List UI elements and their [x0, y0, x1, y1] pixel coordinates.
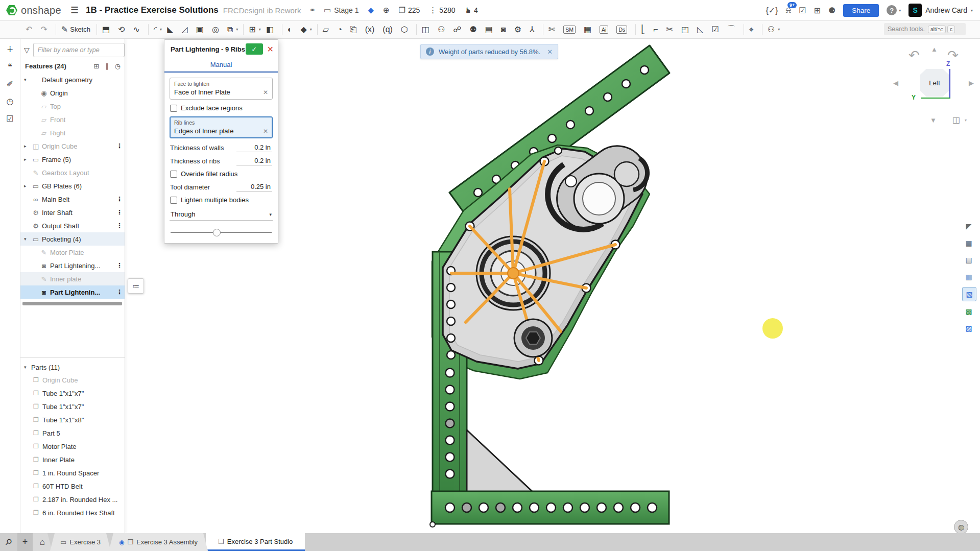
variable-icon[interactable]: (x) [364, 23, 379, 36]
onshape-logo-icon[interactable] [6, 5, 17, 16]
slider-thumb[interactable] [213, 229, 221, 236]
selected-feature-flyout-button[interactable]: ≔ [128, 278, 144, 294]
gusset-plate-part[interactable] [467, 430, 533, 492]
sweep-icon[interactable]: ∿ [132, 23, 145, 36]
lighten-multiple-bodies-checkbox[interactable]: Lighten multiple bodies [170, 196, 272, 204]
feature-row[interactable]: ◙ Part Lightenin... ⋮ [20, 285, 125, 299]
tasks-icon[interactable]: ☑ [799, 6, 806, 15]
section-view-icon[interactable]: ▤ [962, 253, 975, 267]
walls-value-input[interactable]: 0.2 in [236, 143, 272, 152]
part-row[interactable]: ❐ Inner Plate [20, 453, 125, 466]
new-folder-icon[interactable]: ⊞ [93, 62, 99, 70]
breadcrumb[interactable]: Stage 1 [334, 6, 358, 14]
mirror-icon[interactable]: ⊞ ▾ [247, 23, 262, 36]
named-views-icon[interactable]: ▥ [962, 270, 975, 283]
tab-exercise-3[interactable]: ▭ Exercise 3 [50, 533, 111, 551]
feature-menu-icon[interactable]: ⋮ [116, 289, 122, 296]
cursor-icon[interactable]: ◤ [962, 220, 975, 233]
extrude-icon[interactable]: ⬒ [101, 23, 114, 36]
ds-icon[interactable]: Ds [615, 23, 632, 36]
feature-row[interactable]: ⚙ Inter Shaft ⋮ [20, 206, 125, 219]
feature-row[interactable]: ▾ ▭ Pocketing (4) [20, 232, 125, 246]
undo-icon[interactable]: ↶ [24, 23, 37, 36]
feature-row[interactable]: ▾ Default geometry [20, 73, 125, 86]
tab-exercise-3-assembly[interactable]: ◉ ❒ Exercise 3 Assembly [109, 533, 208, 551]
parts-visibility-icon[interactable]: ▩ [962, 305, 975, 318]
cancel-button[interactable]: ✕ [267, 44, 274, 54]
ribs-value-input[interactable]: 0.2 in [236, 156, 272, 165]
tab-search-button[interactable]: ⚲ [0, 533, 17, 551]
sketch-button[interactable]: ✎ Sketch [60, 23, 93, 36]
insert-feature-icon[interactable]: ∔ [3, 41, 18, 57]
import-icon[interactable]: ⎗ [349, 23, 362, 36]
tool-diameter-input[interactable]: 0.25 in [236, 182, 272, 191]
education-badge[interactable]: ◆ [368, 6, 374, 15]
search-tools-input[interactable] [887, 25, 926, 33]
feature-row[interactable]: ▱ Front [20, 113, 125, 126]
cut-icon[interactable]: ✂ [665, 23, 678, 36]
feature-row[interactable]: ✎ Inner plate [20, 272, 125, 285]
toolbar-icon[interactable] [762, 24, 762, 35]
linear-pattern-icon[interactable]: ⧉ ▾ [226, 23, 240, 36]
copies-stat[interactable]: ❐ 225 [399, 6, 420, 15]
feature-row[interactable]: ◙ Part Lightening... ⋮ [20, 259, 125, 272]
suppress-icon[interactable]: ∥ [105, 62, 109, 70]
part-row[interactable]: ❐ 2.187 in. Rounded Hex ... [20, 493, 125, 506]
learning-center-icon[interactable]: ⚈ [828, 6, 835, 15]
toolbar-icon[interactable] [744, 24, 744, 35]
feature-row[interactable]: ▱ Top [20, 100, 125, 113]
part-row[interactable]: ❐ Tube 1"x1"x8" [20, 413, 125, 426]
toolbar-icon[interactable] [416, 24, 417, 35]
bend-icon[interactable]: ⌐ [652, 23, 662, 36]
notifications-bell-icon[interactable]: ⍾ 9+ [786, 6, 792, 15]
view-cube-face[interactable]: Left [920, 69, 949, 97]
panels-icon[interactable]: ▨ [962, 322, 975, 335]
feature-row[interactable]: ▸ ▭ GB Plates (6) [20, 179, 125, 193]
output-bearing[interactable] [514, 319, 552, 357]
help-bubble-icon[interactable]: ◍ [954, 520, 968, 534]
doc-tool-icon[interactable]: ▤ [484, 23, 497, 36]
featurescript-icon[interactable]: {✓} [766, 6, 778, 15]
wire-icon[interactable]: ⌒ [726, 23, 740, 36]
part-lightening-tool-icon[interactable]: ◙ [499, 23, 511, 36]
close-icon[interactable]: ✕ [547, 48, 553, 56]
depth-slider[interactable] [171, 229, 272, 236]
through-select[interactable]: Through ▾ [170, 208, 273, 221]
hole-icon[interactable]: ◎ [210, 23, 224, 36]
part-row[interactable]: ❐ 60T HTD Belt [20, 480, 125, 493]
feature-menu-icon[interactable]: ⋮ [116, 196, 122, 203]
checkbox-icon[interactable] [170, 171, 177, 178]
history-icon[interactable]: ◷ [3, 93, 18, 109]
tree-caret-icon[interactable]: ▸ [24, 143, 31, 149]
feature-row[interactable]: ✎ Motor Plate [20, 246, 125, 259]
part-row[interactable]: ❐ 6 in. Rounded Hex Shaft [20, 506, 125, 519]
likes-stat[interactable]: ☛ 4 [465, 6, 478, 15]
tab-manual[interactable]: Manual [210, 61, 232, 68]
base-tube-part[interactable] [430, 491, 669, 527]
chamfer-icon[interactable]: ◣ [165, 23, 178, 36]
draft-icon[interactable]: ◿ [180, 23, 192, 36]
feature-row[interactable]: ✎ Gearbox Layout [20, 166, 125, 179]
sheetmetal-icon[interactable]: SM [562, 23, 580, 36]
revolve-icon[interactable]: ⟲ [116, 23, 129, 36]
tab-exercise-3-part-studio[interactable]: ❒ Exercise 3 Part Studio [206, 533, 305, 551]
rollback-icon[interactable]: ◷ [115, 62, 121, 70]
views-stat[interactable]: ⋮ 5280 [429, 6, 455, 15]
confirm-button[interactable]: ✓ [246, 43, 263, 55]
link-icon[interactable]: ⚭ [309, 6, 316, 15]
film-icon[interactable]: ▦ [582, 23, 596, 36]
view-cube-icon[interactable]: ◫ [952, 115, 960, 125]
document-title[interactable]: 1B - Practice Exercise Solutions [86, 5, 219, 15]
part-row[interactable]: ❐ Tube 1"x1"x7" [20, 400, 125, 413]
display-mode-icon[interactable]: ▧ [962, 287, 976, 301]
user-menu[interactable]: S Andrew Card ▾ [909, 4, 973, 17]
helix-icon[interactable]: ◔ [336, 23, 347, 36]
toolbar-icon[interactable] [317, 24, 318, 35]
home-tab-button[interactable]: ⌂ [33, 533, 52, 551]
rollback-bar[interactable] [22, 302, 122, 305]
tree-caret-icon[interactable]: ▾ [24, 365, 31, 370]
exclude-face-regions-checkbox[interactable]: Exclude face regions [170, 104, 272, 112]
rib-lines-field[interactable]: Rib lines Edges of Inner plate ✕ [170, 116, 273, 138]
shell-icon[interactable]: ▣ [195, 23, 208, 36]
comments-icon[interactable]: ❝ [3, 59, 18, 74]
